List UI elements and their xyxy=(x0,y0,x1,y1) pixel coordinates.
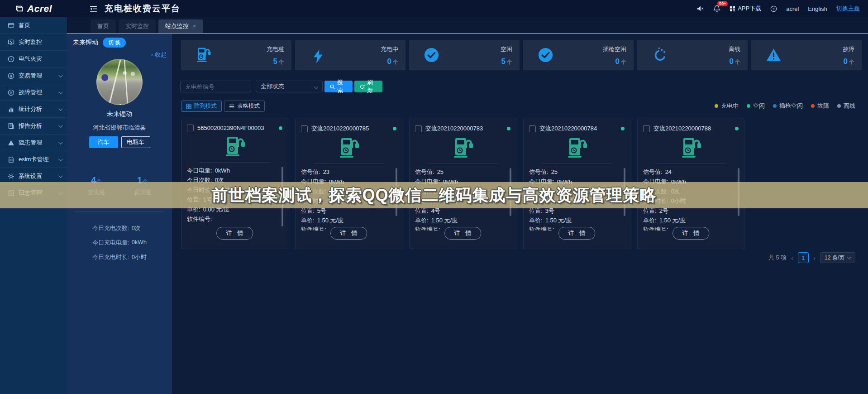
menu-fold-icon[interactable] xyxy=(90,5,97,12)
offline-plug-icon xyxy=(652,47,668,63)
detail-button[interactable]: 详 情 xyxy=(558,227,596,240)
main-content: 充电桩 5个 充电中 0个 空闲 5个 插枪空闲 0个 离线 0个 xyxy=(172,34,868,394)
pile-card: 交流20210220000788 信号值:24 今日电量:0kWh 今日次数:0… xyxy=(637,119,744,249)
legend-dot xyxy=(773,104,777,108)
station-selector-name: 未来锂动 xyxy=(73,38,98,47)
gun-id-input[interactable] xyxy=(180,81,251,92)
card-scrollbar[interactable] xyxy=(281,167,283,226)
station-panel: 未来锂动 切 换 ‹ 收起 未来锂动 河北省邯郸市临漳县 汽车 电瓶车 4个 交… xyxy=(67,34,172,394)
status-legend: 充电中 空闲 插枪空闲 故障 离线 xyxy=(715,102,855,110)
detail-button[interactable]: 详 情 xyxy=(444,227,482,240)
table-mode-button[interactable]: 表格模式 xyxy=(224,101,265,112)
qr-code-icon xyxy=(730,6,735,12)
pile-checkbox[interactable] xyxy=(187,125,194,131)
pile-checkbox[interactable] xyxy=(301,125,308,132)
warning-icon xyxy=(8,139,14,146)
legend-offline: 离线 xyxy=(837,102,855,110)
close-icon[interactable]: × xyxy=(193,23,196,29)
view-mode-toggle: 阵列模式 表格模式 xyxy=(181,101,265,112)
check-circle-icon xyxy=(424,47,439,63)
today-charge-count: 今日充电次数:0次 xyxy=(92,224,147,232)
username[interactable]: acrel xyxy=(786,5,799,12)
tab-realtime-monitor[interactable]: 实时监控 xyxy=(119,19,156,33)
sidebar-item-hazard-management[interactable]: 隐患管理 xyxy=(0,135,67,151)
status-select[interactable]: 全部状态 xyxy=(256,81,323,92)
refresh-icon xyxy=(360,84,365,90)
next-page-arrow[interactable]: › xyxy=(813,254,816,262)
sidebar-item-system-settings[interactable]: 系统设置 xyxy=(0,168,67,185)
card-divider xyxy=(428,163,498,164)
chevron-down-icon xyxy=(847,255,852,259)
acrel-logo-icon xyxy=(15,4,24,13)
pile-card: 565002002390N4F00003 今日电量:0kWh 今日次数:0次 今… xyxy=(181,119,288,249)
page-title: 充电桩收费云平台 xyxy=(105,3,181,14)
total-count: 共 5 项 xyxy=(768,254,787,262)
app-screen: Acrel 充电桩收费云平台 99+ APP下载 acrel English 切… xyxy=(0,0,868,394)
card-divider xyxy=(314,163,384,164)
vehicle-tab-car[interactable]: 汽车 xyxy=(89,136,118,148)
sidebar-item-esim-cards[interactable]: esim卡管理 xyxy=(0,151,67,168)
collapse-panel-link[interactable]: ‹ 收起 xyxy=(151,51,167,59)
filter-bar: 全部状态 搜索 刷新 xyxy=(180,81,382,92)
chevron-down-icon xyxy=(314,85,319,89)
pile-card-grid: 565002002390N4F00003 今日电量:0kWh 今日次数:0次 今… xyxy=(181,119,744,249)
sidebar-item-fault-management[interactable]: 故障管理 xyxy=(0,84,67,101)
chevron-down-icon xyxy=(58,190,63,195)
help-icon[interactable] xyxy=(770,5,777,12)
sidebar-item-statistics[interactable]: 统计分析 xyxy=(0,101,67,118)
chevron-down-icon xyxy=(58,123,63,128)
search-button[interactable]: 搜索 xyxy=(324,81,353,92)
mute-icon[interactable] xyxy=(697,5,704,12)
grid-icon xyxy=(186,104,191,109)
card-scrollbar[interactable] xyxy=(510,168,511,216)
grid-mode-button[interactable]: 阵列模式 xyxy=(181,101,222,112)
app-download-link[interactable]: APP下载 xyxy=(730,5,761,13)
pile-info-list: 信号值:24 今日电量:0kWh 今日次数:0次 今日时长:0小时 位置:2号 … xyxy=(643,167,739,231)
charging-pile-icon xyxy=(339,137,359,159)
tab-home[interactable]: 首页 xyxy=(91,19,116,33)
legend-dot xyxy=(837,104,841,108)
sidebar-item-reports[interactable]: 报告分析 xyxy=(0,118,67,135)
sidebar-item-electrical-fire[interactable]: 电气火灾 xyxy=(0,51,67,67)
pile-checkbox[interactable] xyxy=(415,125,422,132)
chevron-down-icon xyxy=(58,173,63,178)
card-scrollbar[interactable] xyxy=(396,168,397,216)
sidebar-item-realtime-monitor[interactable]: 实时监控 xyxy=(0,34,67,51)
warning-triangle-icon xyxy=(766,47,782,63)
sidebar-item-transactions[interactable]: 交易管理 xyxy=(0,67,67,84)
list-icon xyxy=(229,104,234,109)
gear-icon xyxy=(8,173,14,180)
card-scrollbar[interactable] xyxy=(624,168,625,216)
sidebar-item-log-management[interactable]: 日志管理 xyxy=(0,185,67,202)
sidebar: 首页 实时监控 电气火灾 交易管理 故障管理 统计分析 报告分析 隐患管理 xyxy=(0,17,67,394)
page-number[interactable]: 1 xyxy=(798,252,809,263)
prev-page-arrow[interactable]: ‹ xyxy=(791,254,793,262)
page-size-select[interactable]: 12 条/页 xyxy=(820,252,855,263)
pile-checkbox[interactable] xyxy=(529,125,536,132)
check-circle-icon xyxy=(538,47,553,63)
theme-switch-link[interactable]: 切换主题 xyxy=(836,5,860,13)
sidebar-item-home[interactable]: 首页 xyxy=(0,17,67,34)
charging-pile-icon xyxy=(224,135,245,158)
vehicle-tab-ebike[interactable]: 电瓶车 xyxy=(121,136,150,148)
legend-dot xyxy=(811,104,815,108)
pile-id: 565002002390N4F00003 xyxy=(197,125,264,131)
log-book-icon xyxy=(8,190,14,197)
status-dot xyxy=(393,127,396,130)
charging-pile-icon xyxy=(681,137,701,159)
notifications-bell-icon[interactable]: 99+ xyxy=(713,5,720,12)
detail-button[interactable]: 详 情 xyxy=(216,227,253,240)
monitor-icon xyxy=(8,39,14,46)
language-switch[interactable]: English xyxy=(808,5,827,12)
tab-station-monitor[interactable]: 站点监控 × xyxy=(158,19,203,33)
detail-button[interactable]: 详 情 xyxy=(672,227,710,240)
switch-station-button[interactable]: 切 换 xyxy=(103,38,126,48)
card-scrollbar[interactable] xyxy=(738,168,739,216)
station-address: 河北省邯郸市临漳县 xyxy=(67,124,172,132)
detail-button[interactable]: 详 情 xyxy=(330,227,367,240)
pile-id: 交流20210220000784 xyxy=(539,125,597,133)
pile-checkbox[interactable] xyxy=(643,125,650,132)
refresh-button[interactable]: 刷新 xyxy=(354,81,382,92)
card-divider xyxy=(200,162,270,163)
stat-card-fault: 故障 0个 xyxy=(751,40,862,70)
